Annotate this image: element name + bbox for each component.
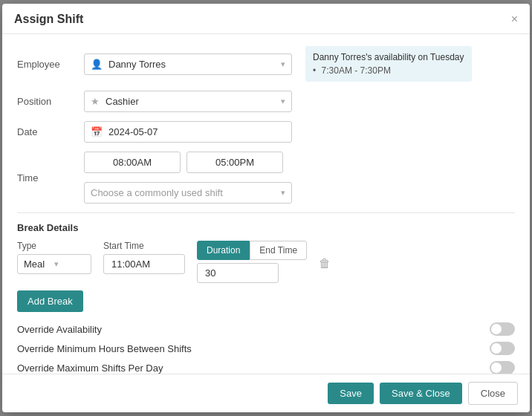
toggle-label-0: Override Availability [17, 324, 102, 335]
toggle-row-2: Override Maximum Shifts Per Day [17, 361, 515, 374]
position-value: Cashier [106, 96, 281, 107]
position-icon: ★ [91, 96, 100, 107]
toggle-rows-container: Override Availability Override Minimum H… [17, 322, 515, 374]
close-button[interactable]: Close [468, 382, 518, 405]
position-select[interactable]: ★ Cashier ▾ [84, 91, 292, 112]
common-shift-placeholder: Choose a commonly used shift [91, 187, 281, 198]
chevron-down-icon: ▾ [281, 188, 285, 198]
modal-title: Assign Shift [14, 13, 83, 26]
date-controls: 📅 2024-05-07 [84, 121, 515, 143]
toggle-row-0: Override Availability [17, 322, 515, 336]
position-label: Position [17, 96, 84, 107]
time-controls: 08:00AM 05:00PM Choose a commonly used s… [84, 152, 515, 204]
availability-box: Danny Torres's availability on Tuesday •… [305, 46, 472, 82]
add-break-button[interactable]: Add Break [17, 290, 83, 312]
date-input[interactable]: 📅 2024-05-07 [84, 121, 292, 143]
break-duration-field: Duration End Time [197, 241, 307, 283]
break-start-field: Start Time [103, 241, 185, 274]
break-type-label: Type [17, 241, 91, 251]
modal-footer: Save Save & Close Close [2, 374, 530, 412]
modal-header: Assign Shift × [2, 4, 530, 34]
common-shift-dropdown[interactable]: Choose a commonly used shift ▾ [84, 182, 292, 204]
close-icon[interactable]: × [511, 13, 518, 25]
break-row: Type Meal ▾ Start Time Duration End Time [17, 241, 515, 283]
date-row: Date 📅 2024-05-07 [17, 121, 515, 143]
section-divider [17, 212, 515, 213]
break-type-value: Meal [24, 259, 54, 270]
time-label: Time [17, 172, 84, 183]
time-inputs-container: 08:00AM 05:00PM Choose a commonly used s… [84, 152, 292, 204]
chevron-down-icon: ▾ [281, 97, 285, 106]
toggle-row-1: Override Minimum Hours Between Shifts [17, 342, 515, 355]
delete-break-icon[interactable]: 🗑 [319, 257, 331, 270]
employee-select[interactable]: 👤 Danny Torres ▾ [84, 53, 292, 75]
break-toggle-group: Duration End Time [197, 241, 307, 260]
duration-tab[interactable]: Duration [197, 241, 250, 260]
employee-controls: 👤 Danny Torres ▾ Danny Torres's availabi… [84, 46, 515, 82]
employee-row: Employee 👤 Danny Torres ▾ Danny Torres's… [17, 46, 515, 82]
break-type-select[interactable]: Meal ▾ [17, 254, 91, 274]
chevron-down-icon: ▾ [54, 259, 85, 269]
break-start-label: Start Time [103, 241, 185, 251]
assign-shift-modal: Assign Shift × Employee 👤 Danny Torres ▾… [2, 4, 530, 412]
toggle-switch-2[interactable] [490, 361, 515, 374]
time-inputs: 08:00AM 05:00PM [84, 152, 292, 173]
end-time-tab[interactable]: End Time [250, 241, 307, 260]
date-value: 2024-05-07 [108, 126, 158, 137]
employee-icon: 👤 [91, 59, 103, 70]
employee-value: Danny Torres [108, 59, 281, 70]
date-label: Date [17, 126, 84, 137]
break-start-input[interactable] [103, 254, 185, 274]
break-type-field: Type Meal ▾ [17, 241, 91, 274]
toggle-label-1: Override Minimum Hours Between Shifts [17, 343, 192, 354]
break-details-title: Break Details [17, 222, 515, 233]
availability-time: • 7:30AM - 7:30PM [313, 65, 464, 76]
time-row: Time 08:00AM 05:00PM Choose a commonly u… [17, 152, 515, 204]
chevron-down-icon: ▾ [281, 59, 285, 69]
modal-body: Employee 👤 Danny Torres ▾ Danny Torres's… [2, 34, 530, 374]
availability-title: Danny Torres's availability on Tuesday [313, 52, 464, 62]
modal-overlay: Assign Shift × Employee 👤 Danny Torres ▾… [0, 0, 532, 416]
start-time-input[interactable]: 08:00AM [84, 152, 181, 173]
save-close-button[interactable]: Save & Close [380, 383, 462, 404]
position-controls: ★ Cashier ▾ [84, 91, 515, 112]
toggle-switch-1[interactable] [490, 342, 515, 355]
end-time-input[interactable]: 05:00PM [186, 152, 283, 173]
save-button[interactable]: Save [328, 383, 374, 404]
break-duration-input[interactable] [197, 263, 279, 283]
toggle-label-2: Override Maximum Shifts Per Day [17, 363, 163, 374]
toggle-switch-0[interactable] [490, 322, 515, 336]
position-row: Position ★ Cashier ▾ [17, 91, 515, 112]
calendar-icon: 📅 [91, 126, 103, 137]
employee-label: Employee [17, 59, 84, 70]
